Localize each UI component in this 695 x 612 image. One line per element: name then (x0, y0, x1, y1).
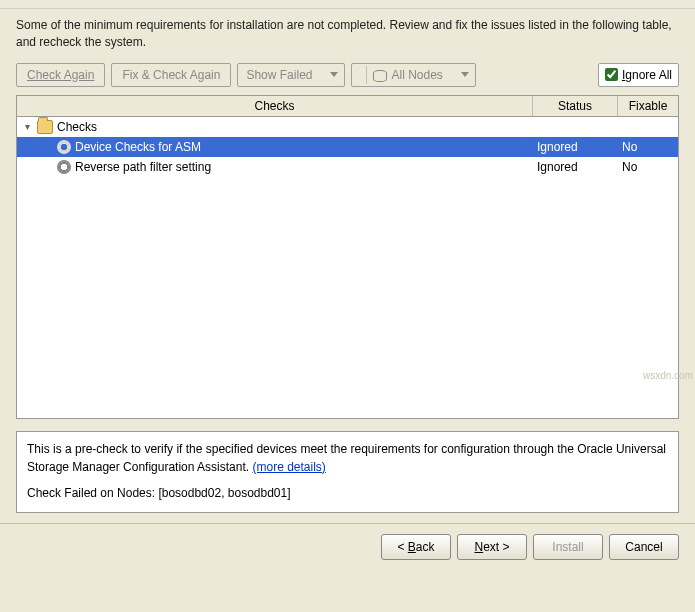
database-icon (373, 68, 387, 82)
col-status[interactable]: Status (533, 96, 618, 116)
watermark: wsxdn.com (643, 370, 693, 381)
table-header: Checks Status Fixable (17, 96, 678, 117)
col-fixable[interactable]: Fixable (618, 96, 678, 116)
cancel-button[interactable]: Cancel (609, 534, 679, 560)
chevron-down-icon (330, 72, 338, 77)
show-failed-dropdown[interactable]: Show Failed (237, 63, 345, 87)
details-text: This is a pre-check to verify if the spe… (27, 442, 666, 474)
next-button[interactable]: Next > (457, 534, 527, 560)
check-again-button[interactable]: Check Again (16, 63, 105, 87)
install-button: Install (533, 534, 603, 560)
gear-icon (57, 140, 71, 154)
collapse-icon[interactable]: ▾ (21, 121, 33, 133)
fixable-cell: No (618, 140, 678, 154)
fixable-cell: No (618, 160, 678, 174)
more-details-link[interactable]: (more details) (252, 460, 325, 474)
wizard-footer: < Back Next > Install Cancel (0, 523, 695, 570)
status-cell: Ignored (533, 160, 618, 174)
intro-text: Some of the minimum requirements for ins… (16, 17, 679, 51)
chevron-down-icon (461, 72, 469, 77)
folder-icon (37, 120, 53, 134)
ignore-all-checkbox[interactable] (605, 68, 618, 81)
gear-icon (57, 160, 71, 174)
tree-root[interactable]: ▾ Checks (17, 117, 678, 137)
check-label: Reverse path filter setting (75, 160, 211, 174)
check-label: Device Checks for ASM (75, 140, 201, 154)
details-panel: This is a pre-check to verify if the spe… (16, 431, 679, 513)
fix-check-again-button[interactable]: Fix & Check Again (111, 63, 231, 87)
table-row[interactable]: Device Checks for ASM Ignored No (17, 137, 678, 157)
ignore-all-toggle[interactable]: IIgnore Allgnore All (598, 63, 679, 87)
table-row[interactable]: Reverse path filter setting Ignored No (17, 157, 678, 177)
status-cell: Ignored (533, 140, 618, 154)
toolbar: Check Again Fix & Check Again Show Faile… (16, 63, 679, 87)
back-button[interactable]: < Back (381, 534, 451, 560)
failed-nodes-text: Check Failed on Nodes: [bosodbd02, bosod… (27, 484, 668, 502)
root-label: Checks (57, 120, 97, 134)
col-checks[interactable]: Checks (17, 96, 533, 116)
checks-table: Checks Status Fixable ▾ Checks Device (16, 95, 679, 419)
all-nodes-dropdown[interactable]: All Nodes (351, 63, 475, 87)
